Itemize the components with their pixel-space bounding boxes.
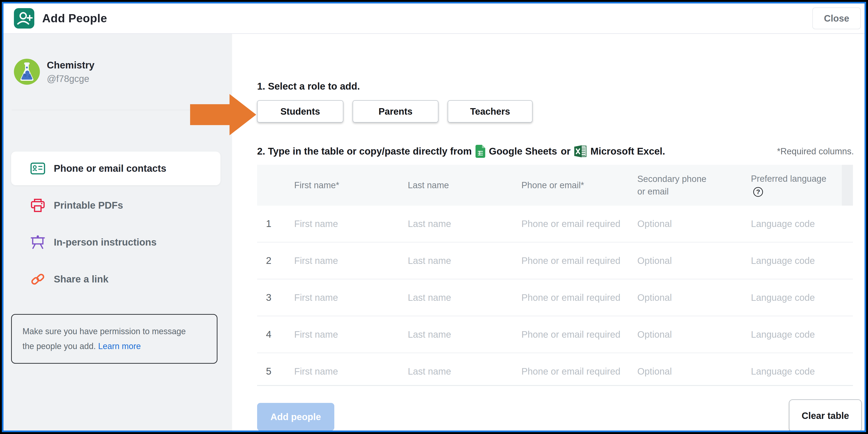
sidebar-menu: Phone or email contacts Printable PDFs bbox=[3, 151, 232, 296]
language-cell[interactable]: Language code bbox=[737, 256, 853, 266]
add-person-icon bbox=[14, 8, 34, 29]
sidebar-item-share-a-link[interactable]: Share a link bbox=[11, 262, 220, 296]
role-button-students[interactable]: Students bbox=[257, 100, 343, 122]
phone-or-email-cell[interactable]: Phone or email required bbox=[507, 256, 623, 266]
class-handle: @f78gcge bbox=[47, 74, 94, 84]
microsoft-excel-icon bbox=[574, 145, 587, 157]
step2-heading: 2. Type in the table or copy/paste direc… bbox=[257, 145, 665, 158]
phone-or-email-cell[interactable]: Phone or email required bbox=[507, 219, 623, 229]
step1-heading: 1. Select a role to add. bbox=[257, 81, 360, 92]
sidebar-item-label: In-person instructions bbox=[54, 237, 156, 248]
pointer-arrow bbox=[190, 94, 256, 135]
role-button-parents[interactable]: Parents bbox=[352, 100, 438, 122]
class-info: Chemistry @f78gcge bbox=[14, 59, 232, 85]
secondary-cell[interactable]: Optional bbox=[623, 219, 737, 229]
close-button[interactable]: Close bbox=[812, 7, 861, 29]
first-name-cell[interactable]: First name bbox=[280, 366, 394, 377]
secondary-cell[interactable]: Optional bbox=[623, 256, 737, 266]
secondary-cell[interactable]: Optional bbox=[623, 292, 737, 303]
column-header-first-name: First name* bbox=[280, 180, 394, 190]
main-panel: 1. Select a role to add. Students Parent… bbox=[232, 34, 865, 431]
contact-card-icon bbox=[30, 161, 45, 176]
table-header: First name* Last name Phone or email* Se… bbox=[257, 165, 853, 206]
link-icon bbox=[30, 271, 45, 287]
row-number: 4 bbox=[257, 329, 280, 340]
step2-row: 2. Type in the table or copy/paste direc… bbox=[257, 145, 854, 158]
first-name-cell[interactable]: First name bbox=[280, 219, 394, 229]
table-row: 3 First name Last name Phone or email re… bbox=[257, 280, 853, 316]
class-avatar-flask-icon bbox=[14, 59, 40, 85]
language-cell[interactable]: Language code bbox=[737, 292, 853, 303]
row-number: 2 bbox=[257, 255, 280, 266]
column-header-secondary: Secondary phone or email bbox=[623, 173, 737, 198]
phone-or-email-cell[interactable]: Phone or email required bbox=[507, 329, 623, 340]
sidebar-item-in-person-instructions[interactable]: In-person instructions bbox=[11, 225, 220, 259]
help-icon[interactable]: ? bbox=[753, 187, 763, 197]
role-selector: Students Parents Teachers bbox=[257, 100, 532, 122]
table-scrollbar-track[interactable] bbox=[842, 165, 853, 206]
sidebar-item-label: Printable PDFs bbox=[54, 200, 123, 211]
phone-or-email-cell[interactable]: Phone or email required bbox=[507, 292, 623, 303]
sidebar-item-label: Phone or email contacts bbox=[54, 163, 166, 174]
permission-notice-line2: the people you add. bbox=[23, 341, 96, 351]
add-people-modal: Add People Close bbox=[2, 2, 866, 432]
step2-excel-label: Microsoft Excel. bbox=[590, 146, 665, 157]
sidebar-item-phone-or-email-contacts[interactable]: Phone or email contacts bbox=[11, 151, 220, 185]
last-name-cell[interactable]: Last name bbox=[394, 256, 507, 266]
column-header-last-name: Last name bbox=[394, 180, 507, 190]
permission-notice: Make sure you have permission to message… bbox=[11, 314, 217, 364]
phone-or-email-cell[interactable]: Phone or email required bbox=[507, 366, 623, 377]
clear-table-button[interactable]: Clear table bbox=[789, 399, 862, 431]
step2-or-label: or bbox=[561, 146, 570, 157]
language-cell[interactable]: Language code bbox=[737, 329, 853, 340]
google-sheets-icon bbox=[475, 145, 485, 158]
easel-icon bbox=[30, 235, 45, 250]
learn-more-link[interactable]: Learn more bbox=[98, 341, 141, 351]
language-cell[interactable]: Language code bbox=[737, 366, 853, 377]
sidebar-item-printable-pdfs[interactable]: Printable PDFs bbox=[11, 189, 220, 222]
last-name-cell[interactable]: Last name bbox=[394, 329, 507, 340]
last-name-cell[interactable]: Last name bbox=[394, 219, 507, 229]
sidebar-item-label: Share a link bbox=[54, 273, 108, 285]
table-row: 4 First name Last name Phone or email re… bbox=[257, 316, 853, 353]
page-title: Add People bbox=[42, 11, 107, 25]
row-number: 1 bbox=[257, 218, 280, 229]
modal-header: Add People Close bbox=[3, 3, 865, 34]
table-body: 1 First name Last name Phone or email re… bbox=[257, 206, 853, 386]
add-people-button[interactable]: Add people bbox=[257, 403, 334, 431]
required-columns-note: *Required columns. bbox=[777, 146, 854, 156]
permission-notice-line1: Make sure you have permission to message bbox=[23, 326, 186, 336]
role-button-teachers[interactable]: Teachers bbox=[448, 100, 532, 122]
class-name: Chemistry bbox=[47, 60, 94, 71]
printer-icon bbox=[30, 198, 45, 213]
table-row: 2 First name Last name Phone or email re… bbox=[257, 242, 853, 280]
first-name-cell[interactable]: First name bbox=[280, 256, 394, 266]
table-row: 5 First name Last name Phone or email re… bbox=[257, 353, 853, 386]
last-name-cell[interactable]: Last name bbox=[394, 292, 507, 303]
column-header-preferred-language: Preferred language ? bbox=[737, 174, 853, 197]
language-cell[interactable]: Language code bbox=[737, 219, 853, 229]
first-name-cell[interactable]: First name bbox=[280, 292, 394, 303]
secondary-cell[interactable]: Optional bbox=[623, 366, 737, 377]
step2-prefix: 2. Type in the table or copy/paste direc… bbox=[257, 146, 472, 157]
step2-sheets-label: Google Sheets bbox=[489, 146, 557, 157]
first-name-cell[interactable]: First name bbox=[280, 329, 394, 340]
table-row: 1 First name Last name Phone or email re… bbox=[257, 206, 853, 242]
column-header-phone-or-email: Phone or email* bbox=[507, 180, 623, 190]
secondary-cell[interactable]: Optional bbox=[623, 329, 737, 340]
row-number: 5 bbox=[257, 366, 280, 377]
contacts-table: First name* Last name Phone or email* Se… bbox=[257, 165, 853, 386]
last-name-cell[interactable]: Last name bbox=[394, 366, 507, 377]
row-number: 3 bbox=[257, 292, 280, 303]
sidebar: Chemistry @f78gcge Phone or ema bbox=[3, 34, 232, 431]
